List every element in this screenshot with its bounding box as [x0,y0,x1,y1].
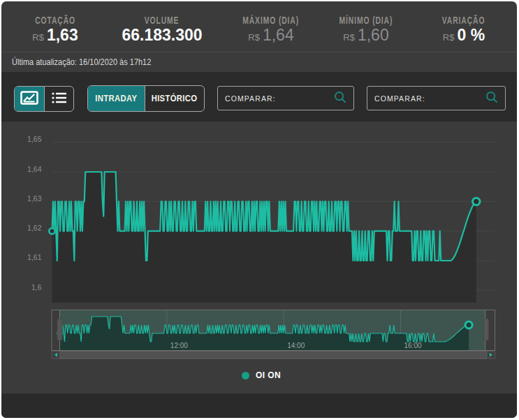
list-icon [52,92,67,106]
currency-prefix: R$ [443,32,458,43]
line-chart-icon [20,91,38,107]
chart-view-button[interactable] [15,87,44,111]
last-update-bar: Última atualização: 16/10/2020 às 17h12 [1,52,517,72]
quote-label: VOLUME [109,14,215,23]
price-chart[interactable]: 1,651,641,631,621,611,612:0014:0016:00 [1,122,517,393]
y-axis-label: 1,63 [27,194,42,203]
compare-input-2[interactable] [374,94,481,103]
chart-legend: OI ON [1,368,517,382]
quote-label: MÁXIMO (DIA) [215,14,327,23]
quote-value-number: 1,60 [358,26,389,44]
quote-value: R$1,64 [215,26,327,45]
quote-cell-variacao: VARIAÇÃO R$0 % [411,1,517,52]
quote-value: R$0 % [411,26,517,45]
y-axis-label: 1,64 [27,165,42,173]
quote-label: MÍNIMO (DIA) [327,14,405,23]
quote-cell-minimo: MÍNIMO (DIA) R$1,60 [327,1,405,52]
compare-input-box-2 [367,86,506,110]
quote-value: R$1,60 [327,26,405,45]
quote-value-number: 0 % [457,26,485,44]
scrollbar-thumb[interactable] [60,352,488,359]
list-view-button[interactable] [44,87,73,111]
navigator-time-label: 16:00 [404,342,422,349]
y-axis-label: 1,61 [27,253,42,261]
widget-footer [1,393,517,418]
series-last-marker [473,198,480,205]
quote-value-number: 1,64 [263,26,294,44]
navigator-time-label: 12:00 [170,342,188,349]
quote-cell-volume: VOLUME 66.183.300 [109,1,215,52]
quote-label: COTAÇÃO [1,14,109,23]
view-toggle-group [14,86,74,112]
compare-input-1[interactable] [225,94,330,103]
search-icon[interactable] [485,91,498,106]
navigator-left-handle[interactable] [57,319,62,340]
compare-input-box-1 [217,86,354,110]
last-update-text: Última atualização: 16/10/2020 às 17h12 [12,52,151,72]
navigator-time-label: 14:00 [287,342,305,349]
y-axis-label: 1,62 [27,224,42,232]
chart-toolbar: INTRADAY HISTÓRICO [1,72,517,122]
navigator-last-marker [465,321,472,328]
legend-series-label[interactable]: OI ON [256,370,281,380]
quote-value-number: 1,63 [47,26,78,44]
quote-summary-bar: COTAÇÃO R$1,63 VOLUME 66.183.300 MÁXIMO … [1,1,517,52]
navigator-right-handle[interactable] [483,319,488,340]
legend-marker-icon [242,372,249,379]
currency-prefix: R$ [32,32,47,43]
quote-cell-maximo: MÁXIMO (DIA) R$1,64 [215,1,327,52]
currency-prefix: R$ [248,32,263,43]
quote-value: 66.183.300 [109,26,215,45]
y-axis-label: 1,65 [27,135,42,143]
quote-value: R$1,63 [1,26,109,45]
chart-area: 1,651,641,631,621,611,612:0014:0016:00 O… [1,122,517,393]
series-start-marker [49,228,54,233]
quote-label: VARIAÇÃO [411,14,517,23]
range-tabs-group: INTRADAY HISTÓRICO [87,85,205,112]
currency-prefix: R$ [343,32,358,43]
stock-quote-widget: COTAÇÃO R$1,63 VOLUME 66.183.300 MÁXIMO … [1,1,517,418]
tab-intraday[interactable]: INTRADAY [88,86,145,111]
quote-cell-cotacao: COTAÇÃO R$1,63 [1,1,109,52]
search-icon[interactable] [334,91,346,106]
quote-value-number: 66.183.300 [122,26,202,44]
y-axis-label: 1,6 [31,283,42,291]
tab-historico[interactable]: HISTÓRICO [145,86,204,111]
